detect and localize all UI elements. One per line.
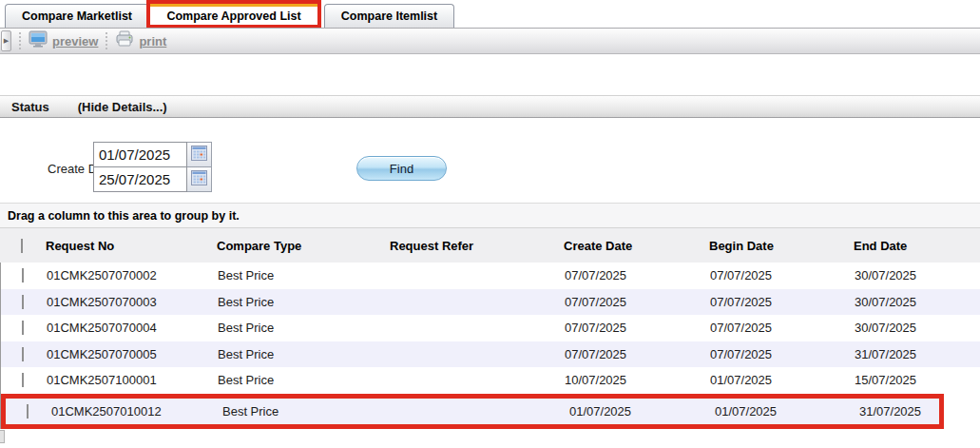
monitor-icon <box>29 30 48 51</box>
cell-create-date: 07/07/2025 <box>565 347 710 361</box>
cell-create-date: 01/07/2025 <box>569 404 715 419</box>
cell-begin-date: 07/07/2025 <box>710 347 855 361</box>
cell-create-date: 07/07/2025 <box>565 295 710 309</box>
cell-compare-type: Best Price <box>222 404 395 419</box>
print-button[interactable]: print <box>115 30 166 51</box>
row-checkbox[interactable] <box>22 373 24 387</box>
table-header: Request No Compare Type Request Refer Cr… <box>0 228 980 263</box>
cell-request-no: 01CMK2507070005 <box>47 347 218 361</box>
toolbar-overflow-handle-icon[interactable]: ▶ <box>1 30 11 51</box>
cell-end-date: 15/07/2025 <box>855 373 980 387</box>
app-window: Compare Marketlist Compare Approved List… <box>0 0 980 448</box>
cell-create-date: 07/07/2025 <box>565 321 710 335</box>
calendar-icon <box>191 146 207 165</box>
cell-request-no: 01CMK2507070002 <box>47 268 218 282</box>
print-label: print <box>139 34 166 49</box>
cell-compare-type: Best Price <box>218 373 391 387</box>
create-date-range <box>93 142 212 192</box>
table-row-highlighted[interactable]: 01CMK2507010012 Best Price 01/07/2025 01… <box>1 394 944 430</box>
red-annotation-tab: Compare Approved List <box>146 0 321 29</box>
cell-request-no: 01CMK2507070003 <box>47 295 218 309</box>
row-checkbox[interactable] <box>27 404 29 419</box>
table-row[interactable]: 01CMK2507070002 Best Price 07/07/2025 07… <box>1 263 980 289</box>
table-row[interactable]: 01CMK2507070004 Best Price 07/07/2025 07… <box>1 315 980 341</box>
column-header-end-date[interactable]: End Date <box>854 239 980 253</box>
toolbar: ▶ preview <box>0 28 980 54</box>
cell-request-no: 01CMK2507070004 <box>47 321 218 335</box>
tab-compare-approved-list[interactable]: Compare Approved List <box>150 4 317 25</box>
calendar-picker-button[interactable] <box>187 166 212 192</box>
cell-create-date: 07/07/2025 <box>565 268 710 282</box>
cell-end-date: 30/07/2025 <box>855 321 980 335</box>
row-checkbox[interactable] <box>22 295 24 309</box>
printer-icon <box>115 30 134 51</box>
status-bar: Status (Hide Details...) <box>0 95 980 118</box>
select-all-checkbox[interactable] <box>21 239 23 253</box>
calendar-picker-button[interactable] <box>187 142 212 167</box>
cell-end-date: 30/07/2025 <box>855 295 980 309</box>
calendar-icon <box>191 170 207 189</box>
row-checkbox[interactable] <box>22 268 24 282</box>
date-from-input[interactable] <box>93 142 187 167</box>
column-header-compare-type[interactable]: Compare Type <box>217 239 390 253</box>
preview-label: preview <box>52 34 98 49</box>
column-header-request-refer[interactable]: Request Refer <box>390 239 564 253</box>
tab-compare-itemlist[interactable]: Compare Itemlist <box>324 4 454 28</box>
date-to-input[interactable] <box>93 166 187 192</box>
scrollbar-fragment <box>0 430 5 443</box>
group-by-drop-area[interactable]: Drag a column to this area to group by i… <box>0 203 980 228</box>
group-by-hint-text: Drag a column to this area to group by i… <box>8 209 240 223</box>
cell-compare-type: Best Price <box>218 295 391 309</box>
cell-compare-type: Best Price <box>218 321 391 335</box>
table-body: 01CMK2507070002 Best Price 07/07/2025 07… <box>0 263 980 429</box>
cell-begin-date: 07/07/2025 <box>710 268 855 282</box>
row-checkbox[interactable] <box>22 321 24 335</box>
column-header-request-no[interactable]: Request No <box>46 239 217 253</box>
status-title: Status <box>11 100 49 114</box>
find-button[interactable]: Find <box>356 156 447 181</box>
column-header-begin-date[interactable]: Begin Date <box>709 239 854 253</box>
cell-end-date: 30/07/2025 <box>855 268 980 282</box>
tab-compare-marketlist[interactable]: Compare Marketlist <box>5 4 149 28</box>
cell-compare-type: Best Price <box>218 268 391 282</box>
cell-begin-date: 07/07/2025 <box>710 295 855 309</box>
toolbar-separator <box>106 32 107 49</box>
tab-strip: Compare Marketlist Compare Approved List… <box>0 0 980 28</box>
toolbar-separator <box>19 32 21 49</box>
hide-details-toggle[interactable]: (Hide Details...) <box>78 100 167 114</box>
cell-request-no: 01CMK2507010012 <box>51 404 222 419</box>
cell-create-date: 10/07/2025 <box>565 373 710 387</box>
table-row[interactable]: 01CMK2507100001 Best Price 10/07/2025 01… <box>1 367 980 394</box>
table-row[interactable]: 01CMK2507070005 Best Price 07/07/2025 07… <box>1 341 980 368</box>
table-row[interactable]: 01CMK2507070003 Best Price 07/07/2025 07… <box>1 289 980 316</box>
cell-compare-type: Best Price <box>218 347 391 361</box>
preview-button[interactable]: preview <box>29 30 98 51</box>
cell-request-no: 01CMK2507100001 <box>47 373 218 387</box>
cell-begin-date: 01/07/2025 <box>715 404 859 419</box>
row-checkbox[interactable] <box>22 347 24 361</box>
column-header-create-date[interactable]: Create Date <box>564 239 709 253</box>
cell-end-date: 31/07/2025 <box>859 404 939 419</box>
cell-begin-date: 01/07/2025 <box>710 373 855 387</box>
cell-end-date: 31/07/2025 <box>855 347 980 361</box>
cell-begin-date: 07/07/2025 <box>710 321 855 335</box>
